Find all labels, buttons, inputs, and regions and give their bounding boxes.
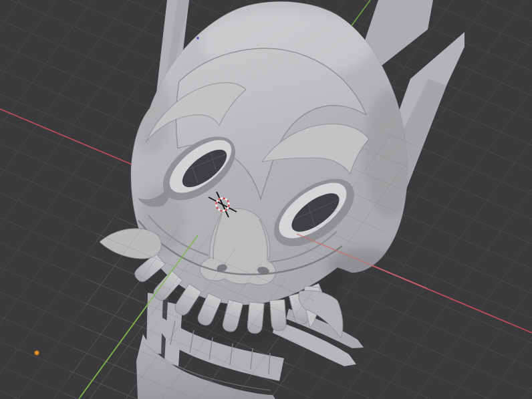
blender-3d-viewport[interactable]: [0, 0, 532, 399]
tooth: [247, 302, 264, 334]
tooth: [270, 299, 287, 331]
secondary-origin-dot: [196, 37, 198, 39]
object-origin-dot: [35, 351, 39, 356]
